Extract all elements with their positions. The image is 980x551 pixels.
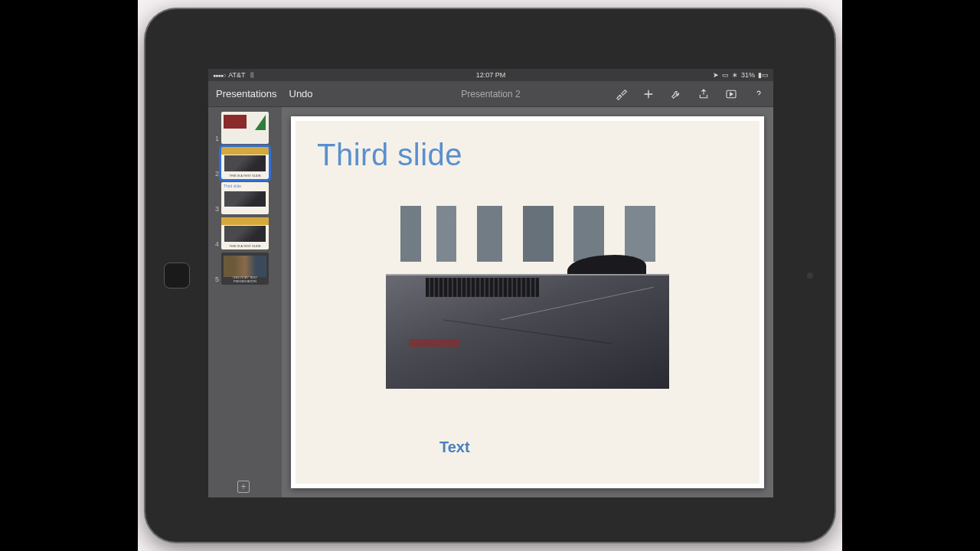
tools-wrench-icon[interactable] bbox=[669, 87, 683, 101]
workspace: 1 2 THIS IS A TEST SLIDE 3 bbox=[208, 107, 773, 497]
front-camera bbox=[807, 272, 813, 279]
signal-dots-icon bbox=[213, 71, 225, 79]
thumb-number: 3 bbox=[211, 205, 219, 214]
slide-thumbnail-3[interactable]: Third slide bbox=[221, 182, 269, 214]
add-slide-button[interactable]: + bbox=[237, 481, 250, 493]
slide-title-text[interactable]: Third slide bbox=[317, 138, 738, 172]
thumb-number: 5 bbox=[211, 276, 219, 285]
slide-thumbnail-5[interactable]: THIS IS MY TEST PRESENTATION bbox=[221, 253, 269, 285]
thumb-number: 1 bbox=[211, 135, 219, 144]
slide-canvas[interactable]: Third slide Text bbox=[291, 116, 764, 488]
format-brush-icon[interactable] bbox=[614, 87, 628, 101]
carrier-label: AT&T bbox=[228, 71, 245, 79]
play-icon[interactable] bbox=[724, 87, 738, 101]
slide-thumbnail-2[interactable]: THIS IS A TEST SLIDE bbox=[221, 147, 269, 179]
undo-button[interactable]: Undo bbox=[289, 88, 313, 99]
battery-icon: ▮▭ bbox=[758, 71, 769, 79]
wifi-icon: ⧛ bbox=[248, 71, 255, 79]
add-icon[interactable] bbox=[642, 87, 655, 101]
help-icon[interactable] bbox=[752, 87, 766, 101]
battery-label: 31% bbox=[741, 71, 755, 79]
slide-thumbnail-4[interactable]: THIS IS A TEST SLIDE bbox=[221, 217, 269, 249]
thumb-number: 2 bbox=[211, 170, 219, 179]
ipad-frame: AT&T ⧛ 12:07 PM ➤ ▭ ∗ 31% ▮▭ Presentatio… bbox=[145, 9, 835, 542]
slide-image[interactable] bbox=[386, 197, 669, 389]
document-title: Presentation 2 bbox=[461, 89, 520, 99]
display-icon: ▭ bbox=[722, 71, 729, 79]
home-button[interactable] bbox=[164, 262, 190, 289]
app-toolbar: Presentations Undo Presentation 2 bbox=[208, 81, 773, 107]
toolbar-right bbox=[614, 87, 766, 101]
location-icon: ➤ bbox=[713, 71, 719, 79]
app-screen: AT&T ⧛ 12:07 PM ➤ ▭ ∗ 31% ▮▭ Presentatio… bbox=[208, 69, 773, 497]
slide-thumbnail-1[interactable] bbox=[221, 112, 269, 144]
bluetooth-icon: ∗ bbox=[732, 71, 738, 79]
status-right: ➤ ▭ ∗ 31% ▮▭ bbox=[713, 71, 769, 79]
status-bar: AT&T ⧛ 12:07 PM ➤ ▭ ∗ 31% ▮▭ bbox=[208, 69, 773, 81]
letterbox-right bbox=[842, 0, 980, 551]
thumb-number: 4 bbox=[211, 240, 219, 249]
presentations-button[interactable]: Presentations bbox=[216, 88, 277, 99]
status-left: AT&T ⧛ bbox=[213, 71, 255, 79]
clock-label: 12:07 PM bbox=[476, 71, 506, 79]
slide-navigator: 1 2 THIS IS A TEST SLIDE 3 bbox=[208, 107, 282, 497]
slide-caption-text[interactable]: Text bbox=[439, 439, 470, 456]
letterbox-left bbox=[0, 0, 138, 551]
canvas-area: Third slide Text bbox=[282, 107, 773, 497]
share-icon[interactable] bbox=[697, 87, 710, 101]
